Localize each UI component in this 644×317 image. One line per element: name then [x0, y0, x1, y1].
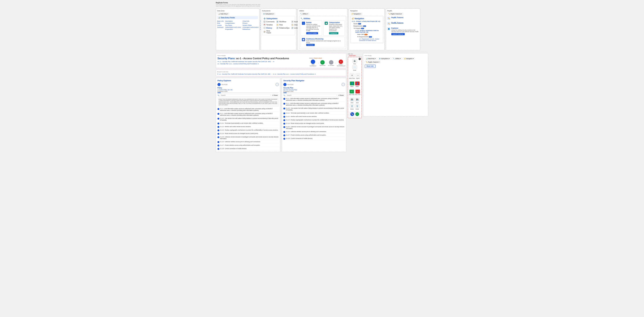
de-item-preparation[interactable]: Preparation: [225, 28, 241, 30]
continuous-monitoring-desc: Bulk schedule assessments and manage pro…: [306, 40, 343, 43]
de-item-privacy[interactable]: Privacy: [242, 22, 258, 24]
pe-search-input[interactable]: [220, 94, 270, 97]
nav-tree-projects[interactable]: ▼ Projects 5/8: [352, 27, 382, 30]
regml-dropdown-btn[interactable]: ✏️ RegML Features ▾: [387, 13, 403, 15]
list-item: 3.1.11 - Terminate (automatically) a use…: [283, 112, 344, 115]
de-item-categorization[interactable]: Categorization: [225, 22, 241, 24]
fb-navigation-btn[interactable]: 🧭 Navigation ▾: [403, 57, 415, 60]
categorize-btn[interactable]: Categorize: [329, 32, 338, 34]
sidebar-close-btn[interactable]: ✕: [358, 58, 361, 60]
pe-info-icon[interactable]: i: [276, 83, 279, 86]
save-right-label: Save: [356, 102, 358, 103]
de-item-description[interactable]: Description: [225, 20, 241, 22]
de-item-stakeholders[interactable]: Stakeholders and Users: [225, 26, 241, 28]
delete-right-label: Delete: [356, 108, 359, 110]
pe-policy-name[interactable]: A Control Policy (ID: 30): [218, 89, 279, 91]
subsys-comments[interactable]: 💬Comments: [264, 21, 274, 23]
sn-search-input[interactable]: [286, 94, 336, 97]
status-step-3[interactable]: →: [329, 60, 333, 65]
sb-export-btn[interactable]: → Export: [356, 73, 360, 79]
sb-new-child-green-btn[interactable]: ＋ New Child: [349, 90, 354, 95]
regml-features-item[interactable]: ✏️ RegML Features: [387, 16, 419, 21]
list-item: 3.1.17 - Protect wireless access using a…: [218, 144, 279, 147]
categorization-desc: Establish information types, determine C…: [329, 24, 343, 32]
pe-count: #1 of 153: [222, 84, 228, 85]
subsys-files[interactable]: 📁Files: [276, 24, 290, 26]
subsys-workflow[interactable]: ⚙️Workflow: [276, 21, 290, 23]
data-entry-section-label: Data Entry: [217, 10, 258, 12]
pe-reset-btn[interactable]: ↺ Reset: [271, 94, 279, 97]
status-step-2[interactable]: ✓: [320, 60, 325, 65]
nav-tree-requirements[interactable]: Requirements 5/8: [352, 25, 382, 27]
sn-info-icon[interactable]: i: [342, 83, 345, 86]
bnav-l2[interactable]: L2 - Security Plan: ac-1 - Access Contro…: [274, 73, 314, 75]
sb-rbac-disable-btn[interactable]: 👤 RBAC: [355, 81, 360, 87]
nav-tree-l2-requirements[interactable]: ▼ Requirements 112: [352, 36, 382, 38]
utilities-dropdown-btn[interactable]: 🔧 Utilities ▾: [299, 13, 309, 15]
bnav-l1[interactable]: L1 - Security Plan: FedRAMP Moderate Tes…: [219, 73, 270, 75]
builder-desc: Wizard for adding security controls to t…: [306, 24, 320, 32]
sb-edit-icon[interactable]: ✏️: [350, 112, 354, 116]
data-entry-dropdown-btn[interactable]: 📊 Data Entry ▾: [217, 13, 229, 15]
sb-save-left-btn[interactable]: 💾 Save: [350, 98, 354, 103]
explainer-item: 📘 Explainer Wizard for adding security c…: [387, 27, 419, 36]
sb-delete-left-btn[interactable]: 🗑️ Delete: [350, 104, 354, 110]
subsys-history[interactable]: 🕐History: [264, 27, 274, 29]
launch-explainer-btn[interactable]: Launch Explainer: [391, 33, 405, 35]
nav-tree-data-calls[interactable]: Data Calls 5/8: [352, 33, 382, 36]
regml-features-link-icon: ✏️: [387, 22, 390, 25]
status-step-1[interactable]: ↓: [311, 60, 315, 64]
sb-new-child-red-btn[interactable]: ＋ New Child: [355, 90, 360, 95]
sb-rbac-enable-btn[interactable]: 👤 RBAC: [350, 81, 354, 87]
sb-check-icon[interactable]: ✓: [355, 112, 359, 116]
new-child-green-icon: ＋: [350, 90, 354, 94]
list-item: 3.1.16 - Authorize wireless access prior…: [283, 131, 344, 133]
subsys-time-travel[interactable]: ⏳Time Travel: [264, 30, 274, 34]
fb-data-entry-btn[interactable]: 📊 Data Entry ▾: [365, 57, 377, 60]
nav-panel-icon: 🧭: [352, 18, 354, 20]
sb-more-tools-btn[interactable]: ≡ More Tools: [349, 73, 355, 79]
navigation-panel-title: 🧭 Navigation: [352, 18, 382, 20]
navigation-section-label: Navigation: [350, 10, 383, 12]
schedule-btn[interactable]: Schedule: [306, 44, 315, 46]
navigation-tree: ▼ L1 - Project: A Perty New Project (ID:…: [352, 20, 382, 42]
de-item-system-roles[interactable]: System Roles: [242, 24, 258, 26]
form-body-toolbar: 📊 Data Entry ▾ ⚙️ Subsystems ▾ 🔧 Utiliti…: [365, 57, 426, 63]
de-item-basic-info[interactable]: Basic Info: [217, 20, 224, 22]
regml-btn-label: RegML Features ▾: [390, 13, 402, 15]
de-item-summary[interactable]: Summary: [217, 26, 224, 28]
fb-subsystems-btn[interactable]: ⚙️ Subsystems ▾: [378, 57, 391, 60]
subsystems-dropdown-btn[interactable]: ⚙️ Subsystems ▾: [262, 13, 275, 15]
de-item-assets[interactable]: Assets: [217, 24, 224, 26]
de-item-risk[interactable]: Risk: [217, 22, 224, 24]
sb-save-right-btn[interactable]: 💾 Save: [355, 98, 360, 103]
sn-plan-name[interactable]: My First Security Plan: [283, 89, 344, 91]
sb-print-btn[interactable]: 🖨️ Print: [352, 59, 357, 65]
sb-email-btn[interactable]: ✉️ Email: [352, 65, 357, 71]
nav-tree-issues[interactable]: Issues 5/4: [352, 23, 382, 25]
subsys-timeline[interactable]: 📅Timeline: [264, 24, 274, 26]
de-item-cloud-info[interactable]: Cloud Info: [242, 20, 258, 22]
subsys-relationships[interactable]: 🔗Relationships: [276, 27, 290, 29]
fb-regml-btn[interactable]: ✏️ RegML Features ▾: [365, 61, 380, 63]
de-item-leveraged-auth[interactable]: Leveraged Authorization: [242, 26, 258, 28]
de-item-references[interactable]: References: [242, 28, 258, 30]
basic-info-tab[interactable]: Basic Info: [365, 65, 376, 68]
pe-search-icon: 🔍: [218, 95, 219, 96]
sn-reset-btn[interactable]: ↺ Reset: [337, 94, 345, 97]
categorization-card: 📋 Categorization Establish information t…: [323, 20, 345, 36]
bnav-l2-dot: ●: [315, 73, 316, 75]
sb-delete-right-btn[interactable]: 🗑️ Delete: [355, 104, 360, 110]
regml-features-link[interactable]: ✏️ RegML Features: [387, 21, 419, 26]
status-step-4[interactable]: ✗: [339, 60, 343, 64]
nav-tree-l3[interactable]: L3 - Requirement: 3.1.18 - Control conne…: [352, 38, 382, 42]
fb-utilities-btn[interactable]: 🔧 Utilities ▾: [392, 57, 402, 60]
bc-l1[interactable]: L1 - Security Plan: FedRAMP Moderate Tes…: [220, 61, 271, 62]
sn-progress-fill: [283, 93, 287, 93]
status-label: Status: [309, 57, 313, 59]
navigation-dropdown-btn[interactable]: 🧭 Navigation ▾: [350, 13, 362, 15]
launch-builder-btn[interactable]: Launch Builder: [306, 32, 318, 34]
de-item-key-dates[interactable]: Key Dates: [225, 24, 241, 26]
data-entry-header-icon: 📊: [218, 17, 220, 19]
bc-l2[interactable]: L2 - Security Plan: ac-1 - Access Contro…: [218, 63, 257, 65]
